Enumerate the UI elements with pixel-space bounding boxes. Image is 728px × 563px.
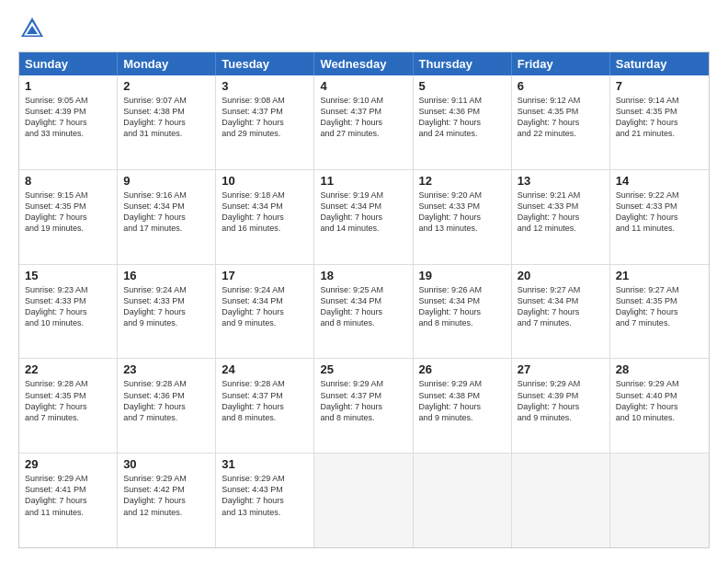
day-number: 4: [320, 79, 406, 93]
calendar-row: 1Sunrise: 9:05 AMSunset: 4:39 PMDaylight…: [19, 75, 709, 169]
day-number: 15: [25, 269, 111, 282]
logo-icon: [18, 15, 46, 42]
day-info: Sunrise: 9:24 AMSunset: 4:34 PMDaylight:…: [222, 284, 308, 329]
day-info: Sunrise: 9:29 AMSunset: 4:41 PMDaylight:…: [25, 473, 111, 518]
day-number: 3: [222, 79, 308, 93]
calendar-cell: 26Sunrise: 9:29 AMSunset: 4:38 PMDayligh…: [414, 359, 512, 453]
day-info: Sunrise: 9:12 AMSunset: 4:35 PMDaylight:…: [518, 95, 604, 140]
day-info: Sunrise: 9:20 AMSunset: 4:33 PMDaylight:…: [419, 190, 506, 235]
calendar-cell: 7Sunrise: 9:14 AMSunset: 4:35 PMDaylight…: [610, 75, 709, 169]
day-number: 28: [616, 362, 703, 376]
calendar-cell: 24Sunrise: 9:28 AMSunset: 4:37 PMDayligh…: [216, 359, 314, 453]
day-number: 29: [25, 457, 111, 471]
day-number: 8: [25, 174, 111, 188]
calendar-cell: 11Sunrise: 9:19 AMSunset: 4:34 PMDayligh…: [314, 170, 413, 264]
day-info: Sunrise: 9:29 AMSunset: 4:40 PMDaylight:…: [616, 378, 703, 423]
calendar-cell: [314, 454, 413, 547]
calendar-cell: [610, 454, 709, 547]
calendar-cell: 20Sunrise: 9:27 AMSunset: 4:34 PMDayligh…: [512, 265, 610, 359]
calendar-cell: 17Sunrise: 9:24 AMSunset: 4:34 PMDayligh…: [216, 265, 314, 359]
calendar-cell: 10Sunrise: 9:18 AMSunset: 4:34 PMDayligh…: [216, 170, 314, 264]
day-number: 13: [518, 174, 604, 188]
calendar-cell: 9Sunrise: 9:16 AMSunset: 4:34 PMDaylight…: [118, 170, 216, 264]
calendar-cell: 31Sunrise: 9:29 AMSunset: 4:43 PMDayligh…: [216, 454, 314, 547]
day-number: 12: [419, 174, 506, 188]
day-number: 31: [222, 457, 308, 471]
calendar-cell: 1Sunrise: 9:05 AMSunset: 4:39 PMDaylight…: [19, 75, 118, 169]
calendar-cell: 18Sunrise: 9:25 AMSunset: 4:34 PMDayligh…: [314, 265, 413, 359]
calendar-cell: 29Sunrise: 9:29 AMSunset: 4:41 PMDayligh…: [19, 454, 118, 547]
day-number: 23: [123, 362, 210, 376]
logo: [18, 15, 50, 42]
calendar-cell: 6Sunrise: 9:12 AMSunset: 4:35 PMDaylight…: [512, 75, 610, 169]
day-number: 7: [616, 79, 703, 93]
day-info: Sunrise: 9:28 AMSunset: 4:37 PMDaylight:…: [222, 378, 308, 423]
day-info: Sunrise: 9:27 AMSunset: 4:34 PMDaylight:…: [518, 284, 604, 329]
day-info: Sunrise: 9:24 AMSunset: 4:33 PMDaylight:…: [123, 284, 210, 329]
day-info: Sunrise: 9:29 AMSunset: 4:38 PMDaylight:…: [419, 378, 506, 423]
day-number: 20: [518, 269, 604, 282]
header-cell-saturday: Saturday: [610, 52, 709, 75]
header-cell-wednesday: Wednesday: [314, 52, 413, 75]
day-number: 26: [419, 362, 506, 376]
day-info: Sunrise: 9:18 AMSunset: 4:34 PMDaylight:…: [222, 190, 308, 235]
day-info: Sunrise: 9:29 AMSunset: 4:39 PMDaylight:…: [518, 378, 604, 423]
day-number: 22: [25, 362, 111, 376]
calendar-cell: 14Sunrise: 9:22 AMSunset: 4:33 PMDayligh…: [610, 170, 709, 264]
calendar-cell: 15Sunrise: 9:23 AMSunset: 4:33 PMDayligh…: [19, 265, 118, 359]
calendar-row: 22Sunrise: 9:28 AMSunset: 4:35 PMDayligh…: [19, 358, 709, 453]
page: SundayMondayTuesdayWednesdayThursdayFrid…: [0, 0, 728, 563]
calendar-cell: 5Sunrise: 9:11 AMSunset: 4:36 PMDaylight…: [414, 75, 512, 169]
calendar-cell: 25Sunrise: 9:29 AMSunset: 4:37 PMDayligh…: [314, 359, 413, 453]
calendar-cell: 22Sunrise: 9:28 AMSunset: 4:35 PMDayligh…: [19, 359, 118, 453]
day-info: Sunrise: 9:23 AMSunset: 4:33 PMDaylight:…: [25, 284, 111, 329]
day-number: 11: [320, 174, 406, 188]
day-info: Sunrise: 9:05 AMSunset: 4:39 PMDaylight:…: [25, 95, 111, 140]
day-number: 9: [123, 174, 210, 188]
day-number: 25: [320, 362, 406, 376]
day-info: Sunrise: 9:19 AMSunset: 4:34 PMDaylight:…: [320, 190, 406, 235]
day-number: 16: [123, 269, 210, 282]
day-number: 5: [419, 79, 506, 93]
calendar-cell: 4Sunrise: 9:10 AMSunset: 4:37 PMDaylight…: [314, 75, 413, 169]
calendar-cell: 12Sunrise: 9:20 AMSunset: 4:33 PMDayligh…: [414, 170, 512, 264]
day-info: Sunrise: 9:25 AMSunset: 4:34 PMDaylight:…: [320, 284, 406, 329]
calendar-cell: [414, 454, 512, 547]
day-number: 19: [419, 269, 506, 282]
day-info: Sunrise: 9:21 AMSunset: 4:33 PMDaylight:…: [518, 190, 604, 235]
day-info: Sunrise: 9:10 AMSunset: 4:37 PMDaylight:…: [320, 95, 406, 140]
calendar-cell: 30Sunrise: 9:29 AMSunset: 4:42 PMDayligh…: [118, 454, 216, 547]
calendar-cell: 16Sunrise: 9:24 AMSunset: 4:33 PMDayligh…: [118, 265, 216, 359]
day-number: 14: [616, 174, 703, 188]
day-number: 21: [616, 269, 703, 282]
header-cell-monday: Monday: [118, 52, 216, 75]
header-cell-tuesday: Tuesday: [216, 52, 314, 75]
day-number: 24: [222, 362, 308, 376]
calendar-cell: 27Sunrise: 9:29 AMSunset: 4:39 PMDayligh…: [512, 359, 610, 453]
calendar: SundayMondayTuesdayWednesdayThursdayFrid…: [18, 52, 710, 548]
day-info: Sunrise: 9:08 AMSunset: 4:37 PMDaylight:…: [222, 95, 308, 140]
day-info: Sunrise: 9:26 AMSunset: 4:34 PMDaylight:…: [419, 284, 506, 329]
day-info: Sunrise: 9:29 AMSunset: 4:42 PMDaylight:…: [123, 473, 210, 518]
day-info: Sunrise: 9:16 AMSunset: 4:34 PMDaylight:…: [123, 190, 210, 235]
day-number: 18: [320, 269, 406, 282]
calendar-body: 1Sunrise: 9:05 AMSunset: 4:39 PMDaylight…: [19, 75, 709, 547]
day-info: Sunrise: 9:07 AMSunset: 4:38 PMDaylight:…: [123, 95, 210, 140]
calendar-cell: 8Sunrise: 9:15 AMSunset: 4:35 PMDaylight…: [19, 170, 118, 264]
day-number: 30: [123, 457, 210, 471]
header-cell-thursday: Thursday: [414, 52, 512, 75]
day-info: Sunrise: 9:28 AMSunset: 4:35 PMDaylight:…: [25, 378, 111, 423]
day-number: 6: [518, 79, 604, 93]
day-info: Sunrise: 9:28 AMSunset: 4:36 PMDaylight:…: [123, 378, 210, 423]
calendar-row: 29Sunrise: 9:29 AMSunset: 4:41 PMDayligh…: [19, 453, 709, 547]
calendar-cell: 19Sunrise: 9:26 AMSunset: 4:34 PMDayligh…: [414, 265, 512, 359]
day-info: Sunrise: 9:11 AMSunset: 4:36 PMDaylight:…: [419, 95, 506, 140]
day-number: 27: [518, 362, 604, 376]
header-cell-friday: Friday: [512, 52, 610, 75]
calendar-row: 15Sunrise: 9:23 AMSunset: 4:33 PMDayligh…: [19, 264, 709, 359]
calendar-header: SundayMondayTuesdayWednesdayThursdayFrid…: [19, 52, 709, 75]
header: [18, 15, 710, 42]
day-info: Sunrise: 9:29 AMSunset: 4:37 PMDaylight:…: [320, 378, 406, 423]
day-number: 10: [222, 174, 308, 188]
day-info: Sunrise: 9:15 AMSunset: 4:35 PMDaylight:…: [25, 190, 111, 235]
